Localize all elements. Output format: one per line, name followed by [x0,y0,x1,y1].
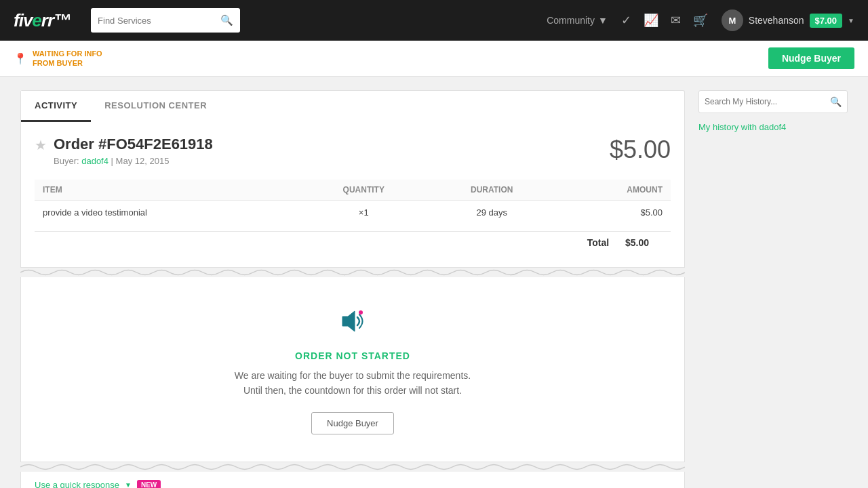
nudge-buyer-center-button[interactable]: Nudge Buyer [311,412,394,434]
community-nav[interactable]: Community ▼ [547,15,608,26]
tab-activity[interactable]: ACTIVITY [21,91,91,122]
col-duration: DURATION [427,180,556,201]
item-quantity: ×1 [300,201,427,225]
history-search-icon: 🔍 [830,96,842,107]
community-chevron-icon: ▼ [598,15,608,26]
checkmark-icon[interactable]: ✓ [621,13,631,28]
messages-icon[interactable]: ✉ [671,13,681,28]
order-amount: $5.00 [610,136,671,164]
cart-icon[interactable]: 🛒 [693,13,708,28]
total-label: Total [587,237,609,248]
quick-response-link[interactable]: Use a quick response [35,480,119,488]
col-quantity: QUANTITY [300,180,427,201]
status-left: 📍 WAITING FOR INFO FROM BUYER [14,49,102,68]
new-badge: NEW [137,480,161,488]
quick-response-bar: Use a quick response ▼ NEW [20,472,685,488]
bell-icon-area [35,304,671,340]
date-separator: | [111,156,113,166]
username: Stevehanson [749,15,804,26]
order-title: Order #FO54F2E61918 [54,136,213,153]
user-area[interactable]: M Stevehanson $7.00 ▼ [722,9,854,31]
order-card: ★ Order #FO54F2E61918 Buyer: dadof4 | Ma… [20,122,685,268]
order-date: May 12, 2015 [116,156,170,166]
search-bar[interactable]: 🔍 [91,8,240,33]
order-table: ITEM QUANTITY DURATION AMOUNT provide a … [35,180,671,224]
pin-icon: 📍 [14,52,27,65]
wavy-border-bottom [20,462,685,472]
left-panel: ACTIVITY RESOLUTION CENTER ★ Order #FO54… [20,90,685,488]
my-history-link[interactable]: My history with dadof4 [698,122,786,132]
not-started-line2: Until then, the countdown for this order… [35,383,671,398]
not-started-card: ORDER NOT STARTED We are waiting for the… [20,277,685,462]
logo[interactable]: fiverr™ [14,10,71,31]
tabs: ACTIVITY RESOLUTION CENTER [20,90,685,122]
order-total: Total $5.00 [35,231,671,253]
order-header: ★ Order #FO54F2E61918 Buyer: dadof4 | Ma… [35,136,671,166]
header-icons: ✓ 📈 ✉ 🛒 [621,13,708,28]
not-started-label: ORDER NOT STARTED [35,350,671,361]
order-meta: Buyer: dadof4 | May 12, 2015 [54,156,213,166]
right-panel: 🔍 My history with dadof4 [698,90,848,488]
item-name: provide a video testimonial [35,201,300,225]
buyer-label: Buyer: [54,156,79,166]
main-content: ACTIVITY RESOLUTION CENTER ★ Order #FO54… [0,77,868,488]
header: fiverr™ 🔍 Community ▼ ✓ 📈 ✉ 🛒 M Stevehan… [0,0,868,41]
avatar: M [722,9,743,31]
community-label: Community [547,15,595,26]
status-line1: WAITING FOR INFO [33,49,102,58]
status-bar: 📍 WAITING FOR INFO FROM BUYER Nudge Buye… [0,41,868,77]
tab-resolution-center[interactable]: RESOLUTION CENTER [91,91,220,122]
status-text: WAITING FOR INFO FROM BUYER [33,49,102,68]
quick-response-chevron-icon: ▼ [125,481,132,488]
item-amount: $5.00 [556,201,671,225]
order-info: Order #FO54F2E61918 Buyer: dadof4 | May … [54,136,213,166]
balance-badge: $7.00 [810,14,843,28]
col-item: ITEM [35,180,300,201]
history-search-box[interactable]: 🔍 [698,90,848,113]
analytics-icon[interactable]: 📈 [644,13,658,28]
order-title-area: ★ Order #FO54F2E61918 Buyer: dadof4 | Ma… [35,136,213,166]
col-amount: AMOUNT [556,180,671,201]
status-line2: FROM BUYER [33,58,102,68]
table-row: provide a video testimonial ×1 29 days $… [35,201,671,225]
star-icon[interactable]: ★ [35,137,47,153]
item-duration: 29 days [427,201,556,225]
svg-point-0 [359,310,363,314]
user-chevron-icon: ▼ [848,17,854,24]
total-amount: $5.00 [625,237,649,248]
wavy-border-top [20,268,685,277]
bell-icon [336,304,370,338]
nudge-buyer-top-button[interactable]: Nudge Buyer [768,47,854,69]
buyer-link[interactable]: dadof4 [81,156,108,166]
not-started-desc: We are waiting for the buyer to submit t… [35,368,671,399]
search-input[interactable] [98,16,216,26]
not-started-line1: We are waiting for the buyer to submit t… [35,368,671,383]
search-icon-button[interactable]: 🔍 [220,14,233,26]
history-search-input[interactable] [705,97,830,106]
